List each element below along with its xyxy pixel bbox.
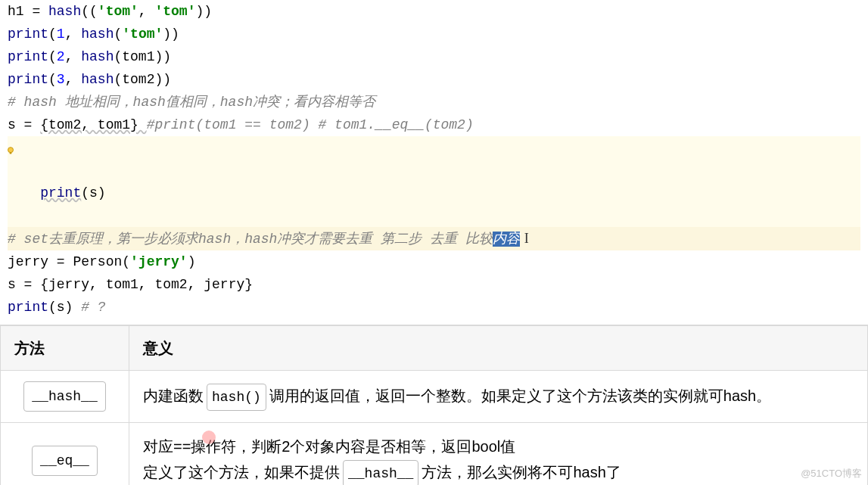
var-h1: h1: [8, 4, 32, 19]
code-line-6: s = {tom2, tom1} #print(tom1 == tom2) # …: [8, 113, 860, 136]
cell-desc-eq: 对应==操作符，判断2个对象内容是否相等，返回bool值 定义了这个方法，如果不…: [129, 423, 868, 486]
code-line-10: s = {jerry, tom1, tom2, jerry}: [8, 273, 860, 296]
text-selection: 内容: [493, 232, 520, 247]
method-pill: __eq__: [32, 446, 98, 476]
code-line-2: print(1, hash('tom')): [8, 23, 860, 45]
code-line-4: print(3, hash(tom2)): [8, 68, 860, 91]
intent-bulb-icon[interactable]: [5, 141, 16, 151]
text-cursor-icon: I: [524, 231, 529, 246]
code-line-9: jerry = Person('jerry'): [8, 250, 860, 273]
code-editor[interactable]: h1 = hash(('tom', 'tom')) print(1, hash(…: [0, 0, 868, 319]
cell-desc-hash: 内建函数hash()调用的返回值，返回一个整数。如果定义了这个方法该类的实例就可…: [129, 371, 868, 423]
table-row-eq: __eq__ 对应==操作符，判断2个对象内容是否相等，返回bool值 定义了这…: [1, 423, 868, 486]
doc-table: 方法 意义 __hash__ 内建函数hash()调用的返回值，返回一个整数。如…: [0, 325, 868, 485]
code-line-3: print(2, hash(tom1)): [8, 45, 860, 68]
method-pill: __hash__: [23, 381, 105, 412]
code-line-1: h1 = hash(('tom', 'tom')): [8, 0, 860, 23]
cell-method-eq: __eq__: [1, 423, 129, 486]
svg-rect-1: [10, 153, 12, 154]
code-line-8-comment: # set去重原理，第一步必须求hash，hash冲突才需要去重 第二步 去重 …: [8, 227, 860, 250]
header-method: 方法: [1, 326, 129, 371]
code-line-11: print(s) # ?: [8, 296, 860, 319]
table-row-hash: __hash__ 内建函数hash()调用的返回值，返回一个整数。如果定义了这个…: [1, 371, 868, 423]
header-meaning: 意义: [129, 326, 868, 371]
inline-code: hash(): [207, 384, 266, 411]
code-line-7: print(s): [8, 136, 860, 227]
inline-code: __hash__: [343, 460, 418, 485]
svg-point-0: [8, 148, 14, 153]
watermark-text: @51CTO博客: [801, 467, 862, 480]
pointer-highlight-icon: [202, 431, 216, 444]
code-line-5-comment: # hash 地址相同，hash值相同，hash冲突；看内容相等否: [8, 91, 860, 113]
cell-method-hash: __hash__: [1, 371, 129, 423]
table-header-row: 方法 意义: [1, 326, 868, 371]
doc-table-wrap: 方法 意义 __hash__ 内建函数hash()调用的返回值，返回一个整数。如…: [0, 325, 868, 485]
